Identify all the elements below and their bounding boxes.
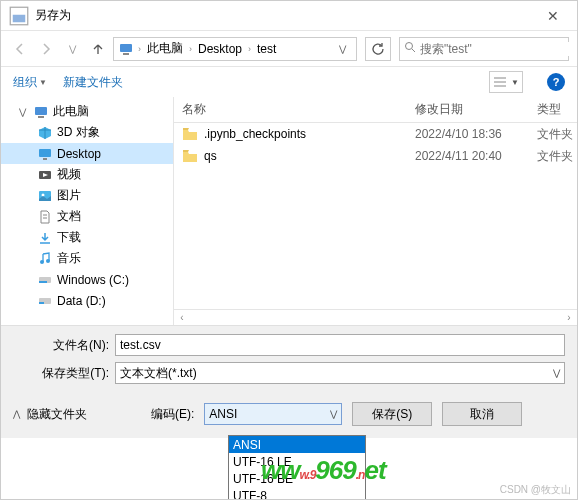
sidebar-item-videos[interactable]: 视频 (1, 164, 173, 185)
file-type: 文件夹 (537, 126, 577, 143)
documents-icon (37, 209, 53, 225)
chevron-down-icon: ▼ (511, 78, 519, 87)
filetype-label: 保存类型(T): (13, 365, 115, 382)
pc-icon (118, 41, 134, 57)
pc-icon (33, 104, 49, 120)
encoding-label: 编码(E): (151, 406, 194, 423)
file-name: .ipynb_checkpoints (204, 127, 306, 141)
help-button[interactable]: ? (547, 73, 565, 91)
close-button[interactable]: ✕ (533, 8, 573, 24)
svg-rect-3 (123, 53, 129, 55)
dropdown-option[interactable]: ANSI (229, 436, 365, 453)
video-icon (37, 167, 53, 183)
file-list: 名称 修改日期 类型 .ipynb_checkpoints 2022/4/10 … (174, 97, 577, 325)
recent-dropdown-icon[interactable]: ⋁ (61, 38, 83, 60)
view-options-button[interactable]: ▼ (489, 71, 523, 93)
sidebar-item-drive-c[interactable]: Windows (C:) (1, 269, 173, 290)
svg-point-19 (40, 260, 44, 264)
sidebar-item-documents[interactable]: 文档 (1, 206, 173, 227)
up-button[interactable] (87, 38, 109, 60)
svg-rect-22 (39, 281, 47, 283)
sidebar-item-drive-d[interactable]: Data (D:) (1, 290, 173, 311)
column-headers: 名称 修改日期 类型 (174, 97, 577, 123)
file-date: 2022/4/11 20:40 (415, 149, 537, 163)
search-box[interactable] (399, 37, 569, 61)
sidebar-item-label: 3D 对象 (57, 124, 100, 141)
music-icon (37, 251, 53, 267)
back-button[interactable] (9, 38, 31, 60)
navigation-bar: ⋁ › 此电脑 › Desktop › test ⋁ (1, 31, 577, 67)
refresh-button[interactable] (365, 37, 391, 61)
sidebar-item-label: 图片 (57, 187, 81, 204)
svg-point-20 (46, 259, 50, 263)
watermark: www.9969.net (261, 455, 386, 486)
folder-icon (182, 149, 198, 163)
toolbar: 组织 ▼ 新建文件夹 ▼ ? (1, 67, 577, 97)
breadcrumb-separator: › (187, 44, 194, 54)
chevron-down-icon[interactable]: ⋁ (333, 44, 352, 54)
sidebar-item-3d[interactable]: 3D 对象 (1, 122, 173, 143)
breadcrumb-item[interactable]: Desktop (196, 42, 244, 56)
breadcrumb-item[interactable]: test (255, 42, 278, 56)
svg-line-5 (412, 49, 415, 52)
save-button[interactable]: 保存(S) (352, 402, 432, 426)
file-list-body[interactable]: .ipynb_checkpoints 2022/4/10 18:36 文件夹 q… (174, 123, 577, 309)
filetype-value: 文本文档(*.txt) (120, 365, 197, 382)
main-area: ⋁ 此电脑 3D 对象 Desktop 视频 图片 文档 下载 (1, 97, 577, 325)
chevron-down-icon: ⋁ (330, 409, 337, 419)
hide-folders-toggle[interactable]: ⋀ 隐藏文件夹 (13, 406, 87, 423)
dropdown-option[interactable]: UTF-8 (229, 487, 365, 500)
drive-icon (37, 272, 53, 288)
downloads-icon (37, 230, 53, 246)
file-name: qs (204, 149, 217, 163)
forward-button[interactable] (35, 38, 57, 60)
sidebar-item-music[interactable]: 音乐 (1, 248, 173, 269)
sidebar-item-desktop[interactable]: Desktop (1, 143, 173, 164)
attribution: CSDN @牧文山 (500, 483, 571, 497)
horizontal-scrollbar[interactable]: ‹ › (174, 309, 577, 325)
svg-rect-9 (35, 107, 47, 115)
chevron-down-icon: ⋁ (553, 368, 560, 378)
list-item[interactable]: .ipynb_checkpoints 2022/4/10 18:36 文件夹 (174, 123, 577, 145)
list-view-icon (493, 76, 507, 88)
scroll-right-icon[interactable]: › (561, 312, 577, 323)
column-name[interactable]: 名称 (182, 101, 415, 118)
breadcrumb[interactable]: › 此电脑 › Desktop › test ⋁ (113, 37, 357, 61)
3d-icon (37, 125, 53, 141)
filetype-combobox[interactable]: 文本文档(*.txt) ⋁ (115, 362, 565, 384)
expand-icon[interactable]: ⋁ (19, 107, 29, 117)
folder-icon (182, 127, 198, 141)
sidebar-item-label: Desktop (57, 147, 101, 161)
search-icon (404, 41, 416, 56)
list-item[interactable]: qs 2022/4/11 20:40 文件夹 (174, 145, 577, 167)
sidebar-tree: ⋁ 此电脑 3D 对象 Desktop 视频 图片 文档 下载 (1, 97, 174, 325)
sidebar-item-label: 文档 (57, 208, 81, 225)
cancel-button[interactable]: 取消 (442, 402, 522, 426)
organize-button[interactable]: 组织 ▼ (13, 74, 47, 91)
filename-input[interactable] (115, 334, 565, 356)
app-icon (9, 6, 29, 26)
svg-rect-2 (120, 44, 132, 52)
chevron-down-icon: ▼ (39, 78, 47, 87)
breadcrumb-separator: › (136, 44, 143, 54)
sidebar-item-pictures[interactable]: 图片 (1, 185, 173, 206)
collapse-icon: ⋀ (13, 409, 23, 419)
svg-rect-1 (13, 14, 26, 22)
sidebar-item-label: 音乐 (57, 250, 81, 267)
sidebar-item-label: Data (D:) (57, 294, 106, 308)
pictures-icon (37, 188, 53, 204)
sidebar-item-downloads[interactable]: 下载 (1, 227, 173, 248)
breadcrumb-item[interactable]: 此电脑 (145, 40, 185, 57)
search-input[interactable] (420, 42, 570, 56)
column-date[interactable]: 修改日期 (415, 101, 537, 118)
breadcrumb-separator: › (246, 44, 253, 54)
encoding-combobox[interactable]: ANSI ⋁ (204, 403, 342, 425)
new-folder-button[interactable]: 新建文件夹 (63, 74, 123, 91)
window-title: 另存为 (29, 7, 533, 24)
column-type[interactable]: 类型 (537, 101, 577, 118)
sidebar-item-label: Windows (C:) (57, 273, 129, 287)
svg-rect-12 (43, 158, 47, 160)
scroll-left-icon[interactable]: ‹ (174, 312, 190, 323)
sidebar-item-pc[interactable]: ⋁ 此电脑 (1, 101, 173, 122)
svg-rect-10 (38, 116, 44, 118)
